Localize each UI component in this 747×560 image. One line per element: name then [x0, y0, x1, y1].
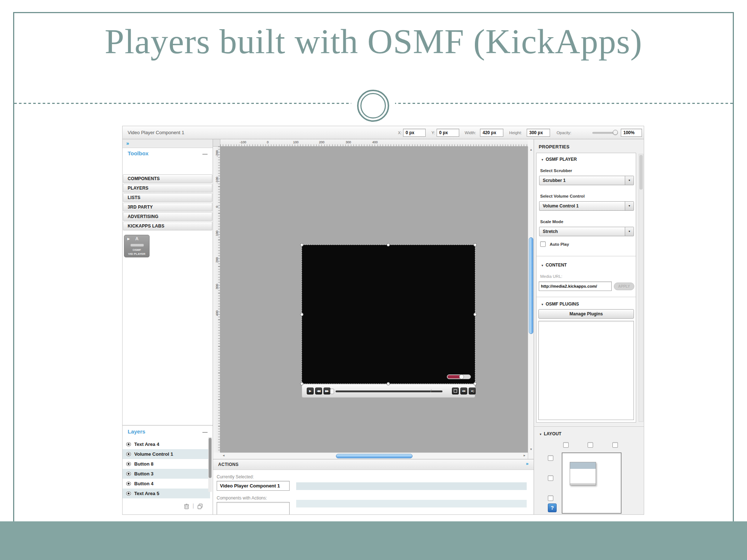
opacity-slider-thumb[interactable]: [613, 130, 618, 135]
selection-handle[interactable]: [300, 313, 303, 316]
properties-scrollbar[interactable]: [639, 154, 643, 422]
dropdown-arrow-icon[interactable]: ▼: [625, 227, 634, 236]
dropdown-arrow-icon[interactable]: ▼: [625, 176, 634, 185]
mute-button[interactable]: ◄): [469, 388, 476, 394]
canvas-hscroll-thumb[interactable]: [336, 454, 413, 458]
layout-align-checkbox-left-top[interactable]: [548, 455, 553, 461]
content-section-header[interactable]: ▼CONTENT: [541, 262, 567, 268]
properties-scrollbar-thumb[interactable]: [639, 155, 643, 190]
layer-row[interactable]: Button 3: [123, 469, 210, 479]
video-display-area[interactable]: [302, 245, 475, 384]
selection-handle[interactable]: [300, 243, 303, 246]
ornament-outer-circle-icon: [357, 90, 389, 122]
toolbox-section-players[interactable]: PLAYERS: [123, 184, 212, 192]
plugins-list-box[interactable]: [538, 321, 634, 420]
scale-mode-dropdown[interactable]: Stretch ▼: [539, 227, 634, 236]
layout-align-checkbox-top-right[interactable]: [612, 442, 618, 448]
player-volume-slider[interactable]: [447, 374, 471, 379]
layer-row[interactable]: Text Area 5: [123, 489, 210, 498]
y-input[interactable]: 0 px: [437, 129, 459, 137]
actions-list-row[interactable]: [296, 500, 527, 508]
collapse-chevrons-icon[interactable]: »: [126, 140, 129, 146]
play-button[interactable]: ▶: [307, 388, 314, 394]
layer-row[interactable]: Button 8: [123, 459, 210, 469]
layout-align-checkbox-top-center[interactable]: [588, 442, 593, 448]
eye-icon[interactable]: [126, 452, 131, 456]
eye-icon[interactable]: [126, 462, 131, 466]
eye-icon[interactable]: [126, 482, 131, 486]
toolbox-section-lists[interactable]: LISTS: [123, 193, 212, 202]
help-icon[interactable]: ?: [548, 503, 557, 512]
selection-handle[interactable]: [387, 243, 390, 246]
scrubber-track[interactable]: [336, 390, 442, 392]
scroll-up-icon[interactable]: ▲: [528, 148, 534, 151]
volume-control-dropdown[interactable]: Volume Control 1 ▼: [539, 201, 634, 211]
duplicate-icon[interactable]: [197, 503, 203, 509]
components-with-actions-box[interactable]: [217, 502, 290, 515]
layer-row[interactable]: Button 4: [123, 479, 210, 489]
tile-label-line2: VID PLAYER: [124, 252, 149, 256]
selection-handle[interactable]: [300, 382, 303, 385]
actions-list-row[interactable]: [296, 482, 527, 490]
scroll-right-icon[interactable]: ►: [523, 454, 526, 457]
eye-icon[interactable]: [126, 491, 131, 495]
layer-row[interactable]: Volume Control 1: [123, 449, 210, 459]
toolbox-section-advertising[interactable]: ADVERTISING: [123, 212, 212, 221]
x-field-label: X:: [398, 131, 402, 135]
scroll-down-icon[interactable]: ▼: [528, 448, 534, 451]
h-ruler-label: -100: [240, 140, 246, 144]
layers-minimize-icon[interactable]: [202, 432, 208, 433]
trash-icon[interactable]: [184, 503, 189, 509]
osmf-plugins-section-header[interactable]: ▼OSMF PLUGINS: [541, 302, 579, 307]
height-input[interactable]: 300 px: [527, 129, 550, 137]
canvas-vertical-scrollbar[interactable]: ▲ ▼: [528, 147, 534, 459]
minimize-icon[interactable]: [202, 154, 208, 155]
selection-handle[interactable]: [473, 313, 477, 316]
scroll-left-icon[interactable]: ◄: [222, 454, 225, 457]
layout-align-checkbox-left-bottom[interactable]: [548, 495, 553, 501]
eye-icon[interactable]: [126, 472, 131, 476]
rewind-button[interactable]: ◀◀: [315, 388, 322, 394]
osmf-player-section-header[interactable]: ▼OSMF PLAYER: [541, 157, 577, 162]
player-control-bar: ▶ ◀◀ ▶▶ / ◄► ◄): [302, 384, 475, 398]
canvas-vscroll-thumb[interactable]: [529, 237, 533, 334]
selection-handle[interactable]: [387, 382, 390, 385]
section-divider: [537, 297, 636, 298]
selection-handle[interactable]: [473, 382, 477, 385]
toolbox-section-3rd-party[interactable]: 3RD PARTY: [123, 203, 212, 211]
video-player-component[interactable]: ▶ ◀◀ ▶▶ / ◄► ◄): [302, 245, 475, 398]
toolbox-section-kickapps-labs[interactable]: KICKAPPS LABS: [123, 222, 212, 230]
opacity-value-input[interactable]: 100%: [621, 129, 642, 137]
layout-align-checkbox-left-middle[interactable]: [548, 475, 553, 481]
actions-collapse-icon[interactable]: »: [526, 461, 529, 466]
volume-knob[interactable]: [459, 374, 464, 379]
media-url-input[interactable]: http://media2.kickapps.com/: [539, 281, 612, 291]
fast-forward-icon: ▶▶: [325, 388, 328, 394]
actions-header[interactable]: ACTIONS »: [213, 459, 534, 470]
eye-icon[interactable]: [126, 442, 131, 446]
scrubber-dropdown[interactable]: Scrubber 1 ▼: [539, 176, 634, 185]
width-input[interactable]: 420 px: [480, 129, 503, 137]
currently-selected-label: Currently Selected:: [217, 474, 254, 479]
captions-button[interactable]: ◄►: [460, 388, 467, 394]
toolbox-section-components[interactable]: COMPONENTS: [123, 174, 212, 183]
toolbox-collapse-strip[interactable]: »: [123, 139, 213, 148]
layout-window-glyph[interactable]: [570, 462, 596, 485]
layer-row[interactable]: Text Area 4: [123, 439, 210, 449]
currently-selected-input[interactable]: Video Player Component 1: [217, 481, 290, 491]
apply-button[interactable]: APPLY: [614, 283, 634, 290]
canvas-horizontal-scrollbar[interactable]: ◄ ►: [220, 452, 528, 459]
x-input[interactable]: 0 px: [403, 129, 426, 137]
manage-plugins-button[interactable]: Manage Plugins: [538, 309, 634, 319]
layout-align-checkbox-top-left[interactable]: [563, 442, 569, 448]
fast-forward-button[interactable]: ▶▶: [324, 388, 330, 394]
layers-scrollbar[interactable]: [208, 437, 212, 492]
auto-play-checkbox[interactable]: [540, 241, 546, 247]
selection-handle[interactable]: [473, 243, 477, 246]
scrubber-handle[interactable]: [330, 389, 334, 394]
layers-scrollbar-thumb[interactable]: [209, 438, 212, 478]
layout-section-header[interactable]: ▼LAYOUT: [539, 431, 561, 436]
osmf-vid-player-tile[interactable]: ▶ A OSMF VID PLAYER: [124, 235, 150, 257]
fullscreen-button[interactable]: [452, 388, 459, 394]
dropdown-arrow-icon[interactable]: ▼: [625, 202, 634, 210]
